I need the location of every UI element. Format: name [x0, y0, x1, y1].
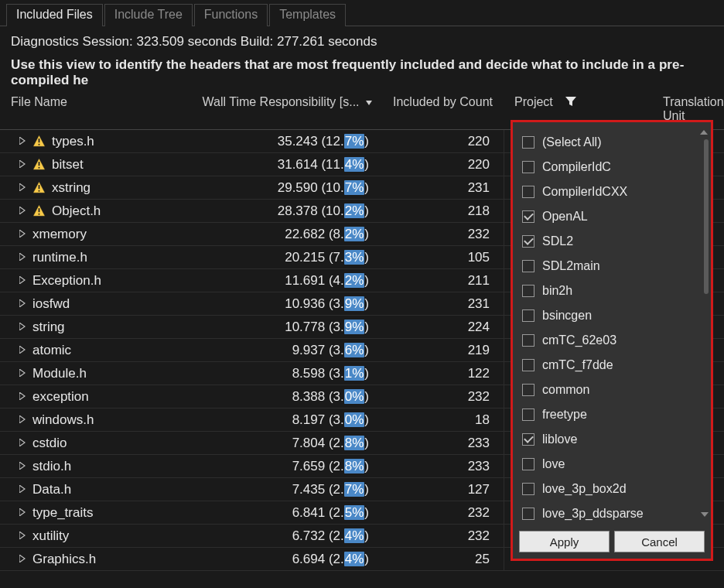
- project-filter-list: (Select All) CompilerIdC CompilerIdCXX O…: [513, 122, 711, 525]
- filter-item-label: common: [542, 383, 589, 397]
- filter-item[interactable]: freetype: [522, 402, 706, 427]
- expand-icon[interactable]: [19, 229, 26, 240]
- checkbox-icon[interactable]: [522, 409, 534, 421]
- expand-icon[interactable]: [19, 461, 26, 472]
- included-by-count-cell: 25: [375, 552, 504, 567]
- wall-time-cell: 6.841 (2.5%): [186, 505, 375, 521]
- expand-icon[interactable]: [19, 252, 26, 263]
- checkbox-icon[interactable]: [522, 186, 534, 198]
- col-header-project[interactable]: Project: [507, 95, 646, 123]
- checkbox-icon[interactable]: [522, 285, 534, 297]
- svg-marker-32: [19, 555, 25, 562]
- checkbox-icon[interactable]: [522, 260, 534, 272]
- file-name: Data.h: [32, 482, 71, 497]
- filter-item[interactable]: cmTC_f7dde: [522, 353, 706, 378]
- included-by-count-cell: 122: [375, 366, 504, 381]
- expand-icon[interactable]: [19, 299, 26, 309]
- filter-item[interactable]: CompilerIdCXX: [522, 179, 706, 204]
- checkbox-icon[interactable]: [522, 508, 534, 520]
- filter-item-label: love_3p_box2d: [542, 482, 627, 496]
- expand-icon[interactable]: [19, 183, 26, 193]
- filter-icon[interactable]: [565, 95, 576, 109]
- wall-time-cell: 9.937 (3.6%): [186, 343, 375, 358]
- col-header-included-by[interactable]: Included by Count: [378, 95, 507, 123]
- svg-marker-2: [19, 137, 25, 145]
- svg-marker-19: [19, 253, 25, 261]
- file-name: xstring: [52, 180, 90, 196]
- expand-icon[interactable]: [19, 159, 26, 170]
- expand-icon[interactable]: [19, 554, 26, 565]
- expand-icon[interactable]: [19, 391, 26, 402]
- filter-item[interactable]: common: [522, 378, 706, 402]
- checkbox-checked-icon[interactable]: [522, 210, 534, 223]
- warning-icon: [32, 204, 46, 217]
- checkbox-icon[interactable]: [522, 309, 534, 322]
- svg-marker-29: [19, 485, 25, 493]
- filter-item-label: CompilerIdC: [542, 160, 611, 174]
- expand-icon[interactable]: [19, 136, 26, 147]
- expand-icon[interactable]: [19, 322, 26, 333]
- expand-icon[interactable]: [19, 275, 26, 286]
- filter-item-label: OpenAL: [542, 210, 588, 224]
- filter-item[interactable]: SDL2main: [522, 254, 706, 279]
- included-by-count-cell: 220: [375, 134, 504, 149]
- checkbox-icon[interactable]: [522, 483, 534, 495]
- expand-icon[interactable]: [19, 368, 26, 379]
- expand-icon[interactable]: [19, 415, 26, 426]
- project-filter-popup: (Select All) CompilerIdC CompilerIdCXX O…: [511, 120, 713, 561]
- svg-marker-30: [19, 508, 25, 516]
- checkbox-icon[interactable]: [522, 136, 534, 149]
- scroll-down-icon[interactable]: [701, 506, 709, 520]
- expand-icon[interactable]: [19, 531, 26, 542]
- checkbox-icon[interactable]: [522, 384, 534, 396]
- warning-icon: [32, 181, 46, 194]
- filter-scrollbar[interactable]: [699, 128, 709, 136]
- svg-rect-17: [39, 214, 40, 215]
- wall-time-cell: 7.804 (2.8%): [186, 436, 375, 451]
- expand-icon[interactable]: [19, 345, 26, 356]
- svg-marker-0: [366, 101, 372, 105]
- checkbox-checked-icon[interactable]: [522, 235, 534, 248]
- filter-scrollbar-thumb[interactable]: [704, 139, 709, 294]
- filter-item[interactable]: love_3p_ddsparse: [522, 501, 706, 525]
- checkbox-icon[interactable]: [522, 334, 534, 347]
- svg-marker-27: [19, 439, 25, 446]
- filter-item[interactable]: (Select All): [522, 130, 706, 155]
- filter-item[interactable]: liblove: [522, 427, 706, 452]
- expand-icon[interactable]: [19, 508, 26, 518]
- guidance-text: Use this view to identify the headers th…: [11, 57, 713, 88]
- filter-item[interactable]: CompilerIdC: [522, 155, 706, 179]
- svg-marker-22: [19, 323, 25, 330]
- tab-templates[interactable]: Templates: [269, 4, 346, 26]
- wall-time-cell: 8.598 (3.1%): [186, 366, 375, 381]
- filter-item-label: (Select All): [542, 135, 601, 149]
- filter-item[interactable]: bin2h: [522, 279, 706, 303]
- checkbox-icon[interactable]: [522, 161, 534, 173]
- tab-included-files[interactable]: Included Files: [6, 4, 103, 26]
- expand-icon[interactable]: [19, 484, 26, 495]
- tab-include-tree[interactable]: Include Tree: [104, 4, 193, 26]
- expand-icon[interactable]: [19, 438, 26, 449]
- filter-item[interactable]: cmTC_62e03: [522, 328, 706, 353]
- cancel-button[interactable]: Cancel: [614, 531, 705, 552]
- svg-marker-24: [19, 369, 25, 377]
- expand-icon[interactable]: [19, 206, 26, 217]
- checkbox-checked-icon[interactable]: [522, 433, 534, 446]
- col-header-wall-time[interactable]: Wall Time Responsibility [s...: [189, 95, 378, 123]
- filter-item[interactable]: love: [522, 452, 706, 477]
- filter-item[interactable]: OpenAL: [522, 204, 706, 229]
- filter-item-label: freetype: [542, 408, 587, 422]
- col-header-file[interactable]: File Name: [3, 95, 189, 123]
- checkbox-icon[interactable]: [522, 359, 534, 371]
- col-header-translation-unit[interactable]: Translation Unit: [646, 95, 724, 123]
- filter-item[interactable]: SDL2: [522, 229, 706, 254]
- filter-item[interactable]: love_3p_box2d: [522, 477, 706, 501]
- tab-functions[interactable]: Functions: [194, 4, 268, 26]
- scroll-up-icon[interactable]: [699, 128, 709, 136]
- filter-item-label: SDL2: [542, 234, 573, 248]
- checkbox-icon[interactable]: [522, 458, 534, 470]
- apply-button[interactable]: Apply: [519, 531, 610, 552]
- svg-marker-28: [19, 462, 25, 470]
- col-header-wall-time-label: Wall Time Responsibility [s...: [203, 95, 360, 108]
- filter-item[interactable]: bsincgen: [522, 303, 706, 328]
